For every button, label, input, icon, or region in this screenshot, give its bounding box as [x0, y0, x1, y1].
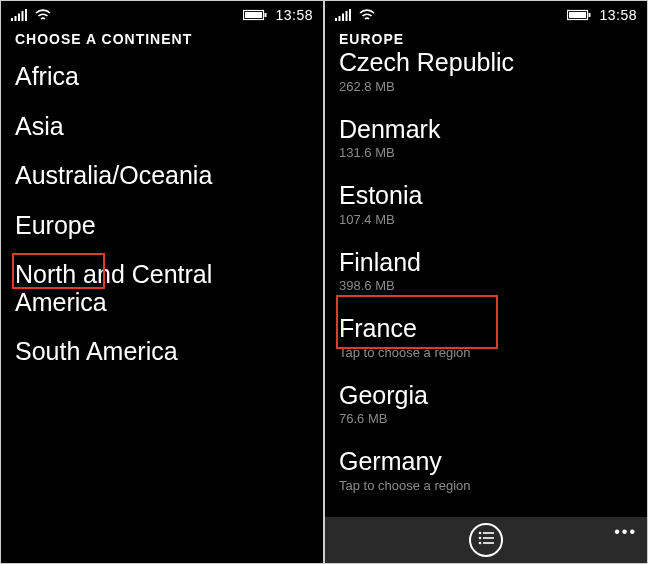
- svg-rect-12: [349, 9, 351, 21]
- svg-rect-8: [335, 18, 337, 21]
- svg-rect-1: [15, 16, 17, 21]
- list-item-label: Estonia: [339, 182, 633, 210]
- list-item-sub: 76.6 MB: [339, 411, 633, 426]
- list-item-africa[interactable]: Africa: [1, 55, 323, 105]
- continent-list: Africa Asia Australia/Oceania Europe Nor…: [1, 55, 323, 380]
- list-item-denmark[interactable]: Denmark 131.6 MB: [325, 108, 647, 175]
- svg-rect-4: [25, 9, 27, 21]
- svg-rect-14: [569, 12, 586, 18]
- svg-rect-21: [483, 542, 494, 544]
- list-item-georgia[interactable]: Georgia 76.6 MB: [325, 374, 647, 441]
- clock: 13:58: [599, 7, 637, 23]
- svg-rect-19: [483, 537, 494, 539]
- svg-rect-15: [589, 13, 591, 17]
- battery-icon: [567, 9, 591, 21]
- svg-point-20: [479, 542, 482, 545]
- list-item-germany[interactable]: Germany Tap to choose a region: [325, 440, 647, 507]
- list-item-australia-oceania[interactable]: Australia/Oceania: [1, 154, 323, 204]
- list-item-sub: 262.8 MB: [339, 79, 633, 94]
- list-item-france[interactable]: France Tap to choose a region: [325, 307, 647, 374]
- svg-rect-6: [245, 12, 262, 18]
- list-item-label: Germany: [339, 448, 633, 476]
- svg-rect-10: [342, 14, 344, 22]
- wifi-icon: [35, 9, 51, 21]
- status-bar: 13:58: [325, 1, 647, 25]
- list-item-europe[interactable]: Europe: [1, 204, 323, 254]
- list-item-sub: 398.6 MB: [339, 278, 633, 293]
- phone-left: 13:58 CHOOSE A CONTINENT Africa Asia Aus…: [1, 1, 323, 563]
- screenshot-wrap: 13:58 CHOOSE A CONTINENT Africa Asia Aus…: [0, 0, 648, 564]
- clock: 13:58: [275, 7, 313, 23]
- list-item-asia[interactable]: Asia: [1, 105, 323, 155]
- list-item-label: Georgia: [339, 382, 633, 410]
- status-bar: 13:58: [1, 1, 323, 25]
- page-title: CHOOSE A CONTINENT: [1, 25, 323, 55]
- list-item-czech-republic[interactable]: Czech Republic 262.8 MB: [325, 55, 647, 108]
- list-item-estonia[interactable]: Estonia 107.4 MB: [325, 174, 647, 241]
- cellular-signal-icon: [11, 9, 27, 21]
- wifi-icon: [359, 9, 375, 21]
- svg-rect-9: [339, 16, 341, 21]
- list-item-label: Finland: [339, 249, 633, 277]
- appbar-more-button[interactable]: •••: [614, 523, 637, 541]
- list-item-label: France: [339, 315, 633, 343]
- svg-rect-7: [265, 13, 267, 17]
- list-item-finland[interactable]: Finland 398.6 MB: [325, 241, 647, 308]
- list-item-label: Europe: [15, 212, 309, 240]
- svg-rect-3: [22, 11, 24, 21]
- app-bar: •••: [325, 517, 647, 563]
- battery-icon: [243, 9, 267, 21]
- cellular-signal-icon: [335, 9, 351, 21]
- svg-point-16: [479, 532, 482, 535]
- list-item-sub: Tap to choose a region: [339, 478, 633, 493]
- svg-rect-17: [483, 532, 494, 534]
- list-icon: [478, 531, 494, 549]
- list-item-label: Denmark: [339, 116, 633, 144]
- svg-rect-2: [18, 14, 20, 22]
- svg-rect-0: [11, 18, 13, 21]
- list-item-label: Czech Republic: [339, 49, 633, 77]
- list-item-sub: Tap to choose a region: [339, 345, 633, 360]
- appbar-list-button[interactable]: [469, 523, 503, 557]
- country-list: Czech Republic 262.8 MB Denmark 131.6 MB…: [325, 55, 647, 563]
- list-item-south-america[interactable]: South America: [1, 330, 323, 380]
- svg-rect-11: [346, 11, 348, 21]
- list-item-sub: 107.4 MB: [339, 212, 633, 227]
- list-item-label: North and Central America: [15, 261, 309, 316]
- list-item-sub: 131.6 MB: [339, 145, 633, 160]
- list-item-label: Australia/Oceania: [15, 162, 309, 190]
- list-item-label: South America: [15, 338, 309, 366]
- list-item-north-america[interactable]: North and Central America: [1, 253, 323, 330]
- list-item-label: Africa: [15, 63, 309, 91]
- phone-right: 13:58 EUROPE Czech Republic 262.8 MB Den…: [325, 1, 647, 563]
- list-item-label: Asia: [15, 113, 309, 141]
- svg-point-18: [479, 537, 482, 540]
